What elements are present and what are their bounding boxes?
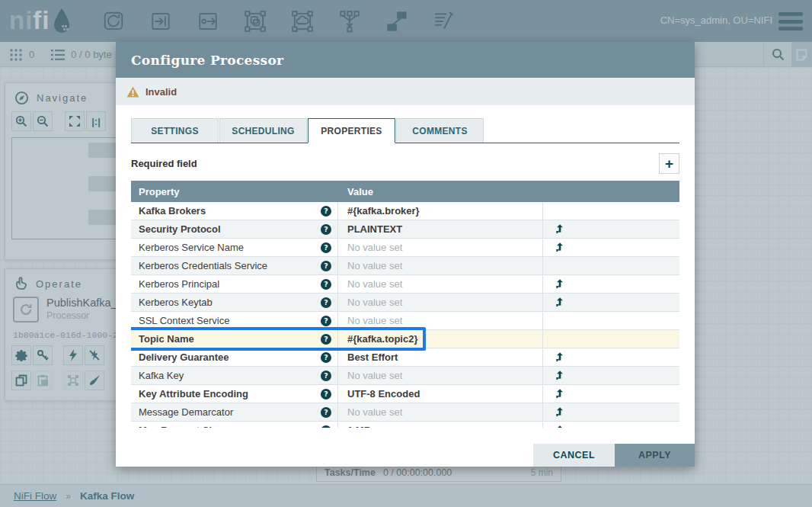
value-cell[interactable]: Best Effort [338, 348, 543, 366]
property-name: Security Protocol [139, 223, 221, 235]
help-icon[interactable]: ? [321, 425, 331, 428]
apply-button[interactable]: APPLY [615, 444, 695, 467]
table-row[interactable]: Kerberos Credentials Service ? No value … [131, 257, 679, 275]
action-cell [543, 330, 679, 348]
help-icon[interactable]: ? [321, 407, 331, 418]
table-row[interactable]: Kerberos Keytab ? No value set [131, 294, 679, 312]
table-row[interactable]: Key Attribute Encoding ? UTF-8 Encoded [131, 385, 679, 403]
property-name: Key Attribute Encoding [139, 388, 248, 400]
table-row[interactable]: Message Demarcator ? No value set [131, 403, 679, 422]
property-name: Topic Name [139, 333, 194, 345]
action-cell [543, 294, 679, 311]
warning-icon [126, 86, 139, 98]
dialog-tab[interactable]: SCHEDULING [219, 118, 307, 143]
value-cell[interactable]: No value set [338, 403, 543, 421]
property-name: Kafka Key [139, 370, 184, 381]
help-icon[interactable]: ? [321, 261, 331, 271]
help-icon[interactable]: ? [321, 389, 331, 400]
required-field-label: Required field [131, 158, 197, 169]
table-row[interactable]: Security Protocol ? PLAINTEXT [131, 220, 679, 239]
value-cell[interactable]: No value set [338, 275, 543, 293]
help-icon[interactable]: ? [321, 316, 331, 326]
property-cell: Kerberos Service Name ? [131, 239, 338, 256]
table-header: Property Value [131, 181, 679, 202]
help-icon[interactable]: ? [321, 206, 331, 217]
goto-icon[interactable] [555, 389, 564, 399]
dialog-title: Configure Processor [116, 42, 695, 78]
property-name: Delivery Guarantee [139, 351, 229, 363]
table-row[interactable]: Delivery Guarantee ? Best Effort [131, 348, 679, 367]
table-row[interactable]: SSL Context Service ? No value set [131, 312, 679, 330]
column-header-value: Value [338, 186, 543, 197]
new-property-button[interactable]: + [659, 153, 679, 174]
dialog-tab[interactable]: SETTINGS [131, 118, 219, 143]
property-name: Kerberos Service Name [139, 242, 244, 253]
action-cell [543, 275, 679, 293]
property-name: Message Demarcator [139, 406, 233, 418]
help-icon[interactable]: ? [321, 279, 331, 290]
property-name: Kafka Brokers [139, 205, 206, 217]
value-cell[interactable]: UTF-8 Encoded [338, 385, 543, 403]
property-cell: Delivery Guarantee ? [131, 348, 338, 366]
validation-banner: Invalid [116, 78, 695, 105]
value-cell[interactable]: No value set [338, 239, 543, 256]
action-cell [543, 202, 679, 220]
help-icon[interactable]: ? [321, 371, 331, 381]
goto-icon[interactable] [555, 242, 564, 252]
property-rows: Kafka Brokers ? #{kafka.broker} Security… [131, 202, 679, 428]
column-header-property: Property [131, 186, 338, 197]
action-cell [543, 220, 679, 238]
value-cell[interactable]: PLAINTEXT [338, 220, 543, 238]
help-icon[interactable]: ? [321, 242, 331, 253]
property-cell: SSL Context Service ? [131, 312, 338, 329]
help-icon[interactable]: ? [321, 297, 331, 308]
value-cell[interactable]: #{kafka.topic2} [338, 330, 543, 348]
table-row[interactable]: Max Request Size ? 1 MB [131, 422, 679, 428]
table-row[interactable]: Kafka Key ? No value set [131, 367, 679, 385]
cancel-button[interactable]: CANCEL [533, 444, 615, 467]
goto-icon[interactable] [555, 352, 564, 362]
property-cell: Kerberos Principal ? [131, 275, 338, 293]
configure-processor-dialog: Configure Processor Invalid SETTINGSSCHE… [116, 42, 695, 467]
value-cell[interactable]: #{kafka.broker} [338, 202, 543, 220]
properties-table: Property Value Kafka Brokers ? #{kafka.b… [131, 181, 679, 428]
help-icon[interactable]: ? [321, 224, 331, 235]
goto-icon[interactable] [555, 425, 564, 428]
value-cell[interactable]: 1 MB [338, 422, 543, 428]
property-name: Kerberos Keytab [139, 297, 213, 308]
dialog-tab[interactable]: PROPERTIES [308, 118, 395, 143]
value-cell[interactable]: No value set [338, 294, 543, 311]
table-row[interactable]: Kerberos Principal ? No value set [131, 275, 679, 294]
dialog-tabs: SETTINGSSCHEDULINGPROPERTIESCOMMENTS [131, 118, 679, 143]
property-name: SSL Context Service [139, 315, 229, 326]
goto-icon[interactable] [555, 224, 564, 234]
property-name: Kerberos Credentials Service [139, 260, 267, 271]
help-icon[interactable]: ? [321, 334, 331, 345]
help-icon[interactable]: ? [321, 352, 331, 363]
action-cell [543, 348, 679, 366]
goto-icon[interactable] [555, 297, 564, 307]
property-value: No value set [347, 297, 402, 308]
table-row[interactable]: Kerberos Service Name ? No value set [131, 239, 679, 257]
property-value: No value set [347, 260, 402, 271]
property-cell: Topic Name ? [131, 330, 338, 348]
goto-icon[interactable] [555, 371, 564, 380]
action-cell [543, 312, 679, 329]
goto-icon[interactable] [555, 279, 564, 289]
value-cell[interactable]: No value set [338, 312, 543, 329]
property-cell: Kerberos Keytab ? [131, 294, 338, 311]
action-cell [543, 403, 679, 421]
property-name: Max Request Size [139, 425, 222, 428]
property-value: #{kafka.topic2} [347, 333, 418, 345]
property-value: 1 MB [347, 425, 371, 428]
table-row[interactable]: Kafka Brokers ? #{kafka.broker} [131, 202, 679, 220]
action-cell [543, 385, 679, 403]
property-cell: Message Demarcator ? [131, 403, 338, 421]
action-cell [543, 367, 679, 384]
goto-icon[interactable] [555, 407, 564, 417]
value-cell[interactable]: No value set [338, 367, 543, 384]
action-cell [543, 422, 679, 428]
dialog-tab[interactable]: COMMENTS [396, 118, 484, 143]
value-cell[interactable]: No value set [338, 257, 543, 274]
table-row[interactable]: Topic Name ? #{kafka.topic2} [131, 330, 679, 348]
